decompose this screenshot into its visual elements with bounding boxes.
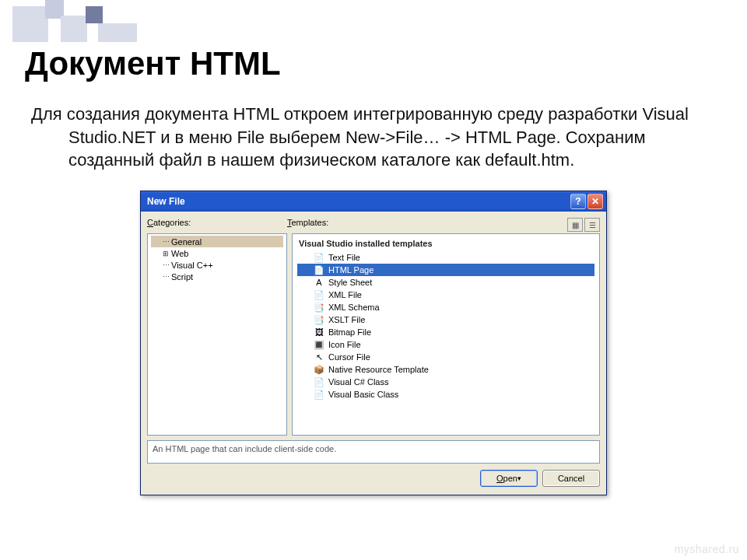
categories-label-rest: ategories: xyxy=(153,218,191,227)
template-label: Visual Basic Class xyxy=(328,390,398,399)
category-label: Script xyxy=(171,272,193,282)
category-label: Visual C++ xyxy=(171,261,213,270)
template-item[interactable]: AStyle Sheet xyxy=(297,276,594,289)
small-icons-view-button[interactable]: ☰ xyxy=(584,218,600,232)
template-item[interactable]: 📄Text File xyxy=(297,251,594,264)
category-item[interactable]: ⋯General xyxy=(151,236,283,247)
file-icon: A xyxy=(313,277,325,288)
file-icon: 📦 xyxy=(313,364,325,375)
file-icon: 📄 xyxy=(313,389,325,400)
template-item[interactable]: 🖼Bitmap File xyxy=(297,326,594,338)
template-label: HTML Page xyxy=(328,265,374,275)
template-item[interactable]: 📄HTML Page xyxy=(297,264,594,276)
template-item[interactable]: 📑XSLT File xyxy=(297,313,594,326)
template-description: An HTML page that can include client-sid… xyxy=(147,440,600,464)
category-item[interactable]: ⋯Visual C++ xyxy=(151,259,283,271)
new-file-dialog: New File ? ✕ Categories: Templates: ▦ ☰ xyxy=(140,191,607,495)
categories-label: C xyxy=(147,218,153,227)
template-label: Visual C# Class xyxy=(328,377,388,387)
templates-label-rest: emplates: xyxy=(292,218,329,227)
large-icons-view-button[interactable]: ▦ xyxy=(567,218,583,232)
help-button[interactable]: ? xyxy=(570,194,586,209)
categories-tree[interactable]: ⋯General⊞Web⋯Visual C++⋯Script xyxy=(147,233,287,436)
template-item[interactable]: 📦Native Resource Template xyxy=(297,363,594,376)
category-item[interactable]: ⋯Script xyxy=(151,271,283,282)
template-item[interactable]: ↖Cursor File xyxy=(297,351,594,363)
expand-icon: ⊞ xyxy=(162,250,170,257)
cancel-button[interactable]: Cancel xyxy=(542,470,600,487)
category-label: General xyxy=(171,237,202,247)
open-button[interactable]: Open xyxy=(480,470,538,487)
template-label: Style Sheet xyxy=(328,278,372,287)
template-item[interactable]: 📄Visual C# Class xyxy=(297,376,594,388)
file-icon: 📄 xyxy=(313,376,325,387)
slide-title: Документ HTML xyxy=(25,45,722,82)
file-icon: ↖ xyxy=(313,352,325,362)
template-label: Text File xyxy=(328,253,360,262)
file-icon: 📑 xyxy=(313,314,325,325)
templates-list[interactable]: Visual Studio installed templates 📄Text … xyxy=(292,233,600,436)
dialog-titlebar[interactable]: New File ? ✕ xyxy=(141,191,606,212)
open-label-rest: pen xyxy=(503,474,517,483)
file-icon: 🖼 xyxy=(313,327,325,338)
templates-group-header: Visual Studio installed templates xyxy=(297,237,594,251)
close-button[interactable]: ✕ xyxy=(587,194,603,209)
template-label: Native Resource Template xyxy=(328,365,429,374)
template-item[interactable]: 📑XML Schema xyxy=(297,301,594,313)
tree-dash-icon: ⋯ xyxy=(162,273,170,281)
template-label: Icon File xyxy=(328,340,361,349)
template-item[interactable]: 📄Visual Basic Class xyxy=(297,388,594,401)
file-icon: 📑 xyxy=(313,302,325,313)
tree-dash-icon: ⋯ xyxy=(162,238,170,246)
file-icon: 📄 xyxy=(313,252,325,263)
template-label: XSLT File xyxy=(328,315,365,324)
template-label: Bitmap File xyxy=(328,327,371,337)
category-label: Web xyxy=(171,249,188,258)
file-icon: 📄 xyxy=(313,289,325,300)
slide-body: Для создания документа HTML откроем инте… xyxy=(31,103,700,172)
watermark: myshared.ru xyxy=(675,543,739,555)
file-icon: 📄 xyxy=(313,264,325,275)
template-label: XML Schema xyxy=(328,303,380,312)
category-item[interactable]: ⊞Web xyxy=(151,247,283,259)
dialog-title: New File xyxy=(147,196,185,207)
template-item[interactable]: 📄XML File xyxy=(297,289,594,301)
template-item[interactable]: 🔳Icon File xyxy=(297,338,594,351)
template-label: Cursor File xyxy=(328,352,370,362)
tree-dash-icon: ⋯ xyxy=(162,261,170,269)
file-icon: 🔳 xyxy=(313,339,325,350)
template-label: XML File xyxy=(328,290,362,299)
